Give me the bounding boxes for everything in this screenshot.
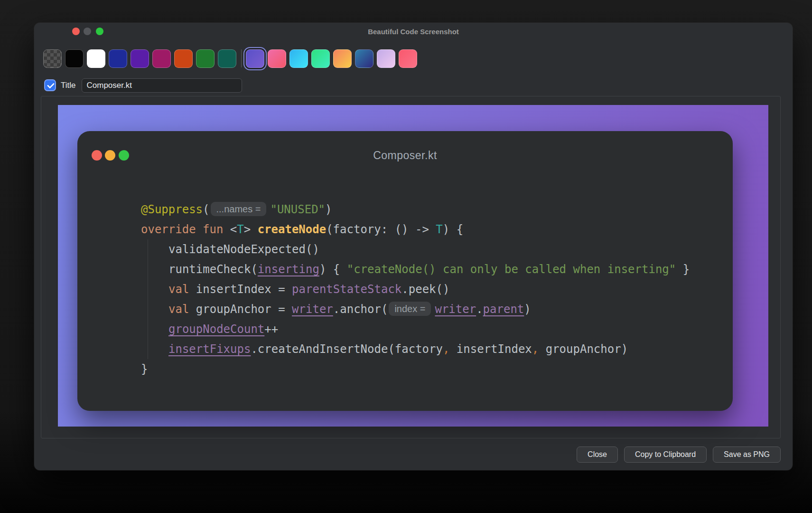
code-token: ) { [443, 223, 463, 236]
code-body: @Suppress(...names ="UNUSED")override fu… [77, 131, 733, 411]
solid-swatch-navy-blue[interactable] [109, 49, 127, 68]
solid-swatch-purple[interactable] [131, 49, 149, 68]
code-token: } [676, 263, 690, 276]
code-token: "UNUSED" [270, 203, 325, 216]
copy-to-clipboard-button[interactable]: Copy to Clipboard [624, 446, 707, 463]
code-token: val [168, 283, 196, 296]
code-token: override fun [141, 223, 230, 236]
code-token: groupAnchor) [539, 342, 628, 356]
close-button[interactable]: Close [577, 446, 618, 463]
desktop: { "window": { "title": "Beautiful Code S… [0, 0, 812, 513]
code-token: @Suppress [141, 203, 203, 216]
code-line: validateNodeExpected() [141, 239, 733, 259]
titlebar: Beautiful Code Screenshot [34, 23, 793, 41]
code-token: ( [203, 203, 209, 216]
code-token: , [443, 342, 449, 356]
gradient-swatch-coral-red[interactable] [399, 49, 417, 68]
code-token: ) { [319, 263, 347, 276]
title-checkbox-label: Title [61, 81, 76, 90]
solid-swatch-white[interactable] [87, 49, 105, 68]
code-line: override fun <T> createNode(factory: () … [141, 219, 733, 239]
code-token: insertIndex [449, 342, 532, 356]
solid-swatch-transparent[interactable] [43, 49, 62, 68]
code-token: groupAnchor = [196, 303, 292, 316]
code-token: validateNodeExpected() [168, 243, 319, 256]
solid-swatch-green[interactable] [196, 49, 215, 68]
gradient-swatch-sky-cyan[interactable] [289, 49, 308, 68]
solid-swatch-teal[interactable] [218, 49, 236, 68]
code-line: val groupAnchor = writer.anchor(index =w… [141, 299, 733, 319]
code-token: . [476, 303, 483, 316]
gradient-swatch-indigo-purple[interactable] [246, 49, 264, 68]
code-token: > [244, 223, 258, 236]
gradient-swatch-lavender[interactable] [377, 49, 395, 68]
inlay-hint: index = [389, 302, 431, 316]
solid-swatch-orange[interactable] [174, 49, 193, 68]
code-token: groupNodeCount [168, 323, 264, 336]
code-token: val [168, 303, 196, 316]
code-token: } [141, 362, 148, 376]
title-row: Title [44, 77, 242, 93]
gradient-swatch-coral-gold[interactable] [333, 49, 352, 68]
code-token: insertFixups [168, 342, 251, 356]
preview-code-window: Composer.kt @Suppress(...names ="UNUSED"… [77, 131, 733, 411]
background-swatch-row [43, 49, 420, 68]
swatch-group-divider [241, 49, 242, 67]
code-token: , [532, 342, 539, 356]
title-checkbox[interactable] [44, 79, 56, 91]
preview-canvas: Composer.kt @Suppress(...names ="UNUSED"… [58, 105, 768, 427]
code-line: } [141, 359, 733, 379]
code-token: ++ [264, 323, 278, 336]
code-token: ) [524, 303, 531, 316]
gradient-swatch-steel-navy[interactable] [355, 49, 373, 68]
checkmark-icon [47, 81, 55, 88]
window-title: Beautiful Code Screenshot [34, 28, 793, 36]
code-token: insertIndex = [196, 283, 292, 296]
code-token: ) [325, 203, 332, 216]
save-as-png-button[interactable]: Save as PNG [713, 446, 781, 463]
code-token: inserting [258, 263, 319, 276]
code-line: insertFixups.createAndInsertNode(factory… [141, 339, 733, 359]
solid-swatch-magenta[interactable] [152, 49, 171, 68]
preview-panel: Composer.kt @Suppress(...names ="UNUSED"… [41, 96, 781, 438]
code-token: runtimeCheck( [168, 263, 258, 276]
app-window: Beautiful Code Screenshot Title Composer… [34, 23, 793, 470]
title-input[interactable] [82, 78, 242, 93]
code-token: .anchor( [333, 303, 388, 316]
code-token: .createAndInsertNode(factory [251, 342, 443, 356]
code-token: "createNode() can only be called when in… [347, 263, 676, 276]
code-line: @Suppress(...names ="UNUSED") [141, 200, 733, 219]
code-token: parent [483, 303, 524, 316]
footer-button-row: Close Copy to Clipboard Save as PNG [577, 446, 781, 463]
inlay-hint: ...names = [211, 202, 267, 216]
gradient-swatch-spring-green[interactable] [311, 49, 330, 68]
code-token: createNode [258, 223, 327, 236]
code-line: val insertIndex = parentStateStack.peek(… [141, 279, 733, 299]
code-token: parentStateStack [292, 283, 401, 296]
code-line: runtimeCheck(inserting) { "createNode() … [141, 259, 733, 279]
code-token: writer [292, 303, 333, 316]
code-token: .peek() [401, 283, 449, 296]
code-token: (factory: () -> [326, 223, 436, 236]
code-token: T [436, 223, 442, 236]
code-token: T [237, 223, 243, 236]
code-token: < [230, 223, 237, 236]
code-token: writer [435, 303, 476, 316]
code-line: groupNodeCount++ [141, 319, 733, 339]
solid-swatch-black[interactable] [65, 49, 84, 68]
gradient-swatch-pink-rose[interactable] [268, 49, 286, 68]
